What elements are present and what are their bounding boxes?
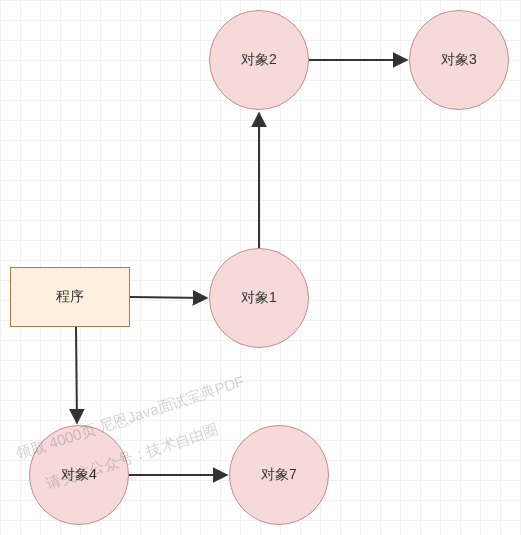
node-program[interactable]: 程序 (10, 267, 130, 327)
node-obj4[interactable]: 对象4 (29, 425, 129, 525)
node-obj1-label: 对象1 (241, 289, 277, 307)
edge-program-obj1 (130, 297, 207, 298)
node-obj3[interactable]: 对象3 (409, 10, 509, 110)
node-obj7[interactable]: 对象7 (229, 425, 329, 525)
node-obj7-label: 对象7 (261, 466, 297, 484)
node-program-label: 程序 (56, 288, 84, 306)
node-obj2-label: 对象2 (241, 51, 277, 69)
node-obj4-label: 对象4 (61, 466, 97, 484)
edge-program-obj4 (76, 327, 77, 423)
node-obj1[interactable]: 对象1 (209, 248, 309, 348)
node-obj3-label: 对象3 (441, 51, 477, 69)
node-obj2[interactable]: 对象2 (209, 10, 309, 110)
